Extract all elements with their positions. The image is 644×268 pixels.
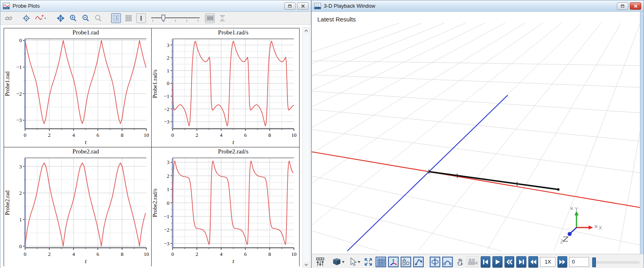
svg-text:3: 3 xyxy=(19,164,22,170)
chevron-down-icon xyxy=(304,264,308,266)
link-plots-button[interactable] xyxy=(4,13,13,23)
svg-text:4: 4 xyxy=(220,251,223,257)
playback-cursor-toggle-icon xyxy=(138,15,144,21)
svg-text:Probe2.rad: Probe2.rad xyxy=(72,148,99,155)
zoom-in-icon xyxy=(69,14,77,22)
skip-end-button[interactable] xyxy=(516,256,526,268)
select-mode-button[interactable] xyxy=(347,256,361,267)
probe-info-button[interactable] xyxy=(21,13,31,23)
curve-style-button[interactable] xyxy=(34,13,48,23)
axes-toggle-button[interactable] xyxy=(388,257,399,267)
legend-toggle-button[interactable] xyxy=(111,13,121,23)
svg-text:Probe1.rad: Probe1.rad xyxy=(72,29,99,36)
close-button[interactable] xyxy=(297,2,308,10)
probe-plots-titlebar[interactable]: Probe Plots xyxy=(0,0,311,12)
svg-text:2: 2 xyxy=(48,251,51,257)
svg-text:Probe2.rad/s: Probe2.rad/s xyxy=(152,189,158,217)
skip-start-button[interactable] xyxy=(481,256,491,268)
trace-toggle-icon xyxy=(414,257,423,266)
vertical-scrollbar[interactable] xyxy=(302,27,310,268)
pendulum-link[interactable] xyxy=(429,170,560,191)
svg-text:−3: −3 xyxy=(16,117,22,123)
toolbar-slider-handle[interactable] xyxy=(162,15,165,21)
svg-text:−2: −2 xyxy=(16,91,22,97)
svg-text:4: 4 xyxy=(72,251,75,257)
plot-probe1-rad[interactable]: 0246810−3−2−10Probe1.radtProbe1.rad xyxy=(4,28,152,147)
svg-text:6: 6 xyxy=(244,251,247,257)
zoom-out-button[interactable] xyxy=(81,13,91,23)
comb-icon xyxy=(206,15,214,21)
trace-toggle-button[interactable] xyxy=(413,257,424,267)
view-3d-canvas[interactable]: Y X Z Latest Results xyxy=(312,12,644,254)
decrease-speed-button[interactable] xyxy=(528,256,538,268)
x-axis-label: X xyxy=(599,225,602,231)
zoom-fit-button[interactable] xyxy=(93,13,103,23)
drag-hand-button[interactable] xyxy=(455,256,465,267)
legend-toggle-icon xyxy=(112,15,120,22)
svg-text:0: 0 xyxy=(24,251,27,257)
time-display-field[interactable]: 0 xyxy=(569,257,589,267)
window-controls xyxy=(284,2,308,10)
grid-toggle-icon xyxy=(125,14,133,22)
grid-toggle-button[interactable] xyxy=(376,257,386,267)
restore-button[interactable] xyxy=(617,2,628,10)
svg-text:8: 8 xyxy=(121,132,124,138)
z-axis-label: Z xyxy=(560,239,563,245)
plot-toolbar xyxy=(0,12,311,25)
zoom-in-button[interactable] xyxy=(68,13,78,23)
svg-text:6: 6 xyxy=(244,132,247,138)
pan-button[interactable] xyxy=(56,13,65,23)
plot-content: 0246810−3−2−10Probe1.radtProbe1.rad 0246… xyxy=(0,25,311,268)
parameters-button[interactable] xyxy=(315,256,325,267)
svg-text:10: 10 xyxy=(144,132,149,138)
axis-triad: Y X Z xyxy=(560,206,602,245)
svg-text:2: 2 xyxy=(196,251,198,257)
screen: Probe Plots xyxy=(0,0,644,268)
svg-text:−1: −1 xyxy=(164,93,169,99)
svg-text:3: 3 xyxy=(167,42,170,48)
plot-probe2-rads[interactable]: 0246810−3−2−10123Probe2.rad/stProbe2.rad… xyxy=(152,147,299,266)
chevron-up-icon xyxy=(304,30,308,32)
restore-icon xyxy=(287,4,292,8)
toolbar-time-slider[interactable] xyxy=(149,13,202,23)
link-end-point xyxy=(557,188,560,191)
svg-text:2: 2 xyxy=(167,173,170,179)
comb-button[interactable] xyxy=(205,13,215,23)
rewind-button[interactable] xyxy=(505,256,515,268)
playback-time-slider[interactable] xyxy=(591,257,640,267)
playback-cursor-toggle-button[interactable] xyxy=(136,13,146,23)
plot-probe1-rads[interactable]: 0246810−3−2−10123Probe1.rad/stProbe1.rad… xyxy=(152,28,299,147)
speed-display-field[interactable]: 1X xyxy=(540,257,555,267)
orbit-toggle-icon xyxy=(431,257,439,266)
plot-probe2-rad[interactable]: 02468100123Probe2.radtProbe2.rad xyxy=(4,147,152,266)
pan-icon xyxy=(57,14,65,22)
scroll-up-button[interactable] xyxy=(303,28,310,34)
svg-text:Probe2.rad/s: Probe2.rad/s xyxy=(218,148,249,155)
svg-text:8: 8 xyxy=(268,132,271,138)
play-button[interactable] xyxy=(492,256,503,268)
close-button[interactable] xyxy=(630,2,641,10)
orbit-toggle-button[interactable] xyxy=(430,257,440,267)
shapes-toggle-button[interactable] xyxy=(401,257,411,267)
slider-groove xyxy=(592,262,640,264)
restore-button[interactable] xyxy=(284,2,296,10)
svg-text:−2: −2 xyxy=(164,227,169,233)
x-axis-arrow xyxy=(589,225,593,230)
window-title: Probe Plots xyxy=(13,3,282,9)
svg-text:10: 10 xyxy=(144,251,149,257)
grid-toggle-button[interactable] xyxy=(124,13,133,23)
path-toggle-icon xyxy=(443,257,452,266)
scroll-down-button[interactable] xyxy=(303,262,310,268)
camera-button[interactable] xyxy=(467,256,479,267)
skip-start-icon xyxy=(482,259,489,265)
playback-3d-titlebar[interactable]: 3-D Playback Window xyxy=(312,0,644,12)
path-toggle-button[interactable] xyxy=(442,257,453,267)
select-arrow-icon xyxy=(348,257,361,267)
view-cube-button[interactable] xyxy=(332,256,345,267)
fit-vertical-button[interactable] xyxy=(217,13,227,23)
fit-view-button[interactable] xyxy=(363,256,374,267)
increase-speed-button[interactable] xyxy=(557,256,568,268)
slider-handle[interactable] xyxy=(592,257,596,267)
increase-speed-icon xyxy=(559,259,566,265)
svg-text:2: 2 xyxy=(196,132,198,138)
